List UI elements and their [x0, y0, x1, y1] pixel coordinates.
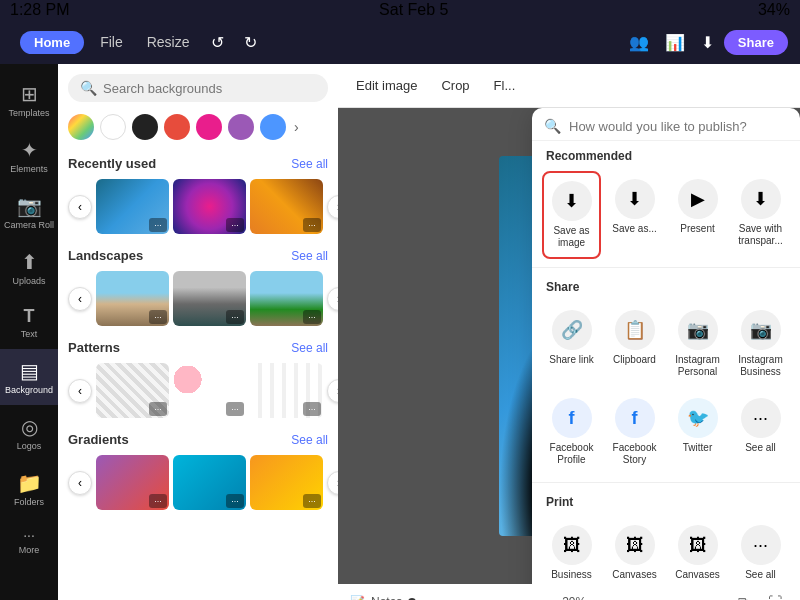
text-icon: T [24, 306, 35, 327]
share-link-item[interactable]: 🔗 Share link [542, 302, 601, 386]
save-as-image-item[interactable]: ⬇ Save as image [542, 171, 601, 259]
bg-thumb-2[interactable]: ··· [173, 179, 246, 234]
present-label: Present [680, 223, 714, 235]
sidebar-item-more[interactable]: ··· More [0, 517, 58, 565]
print-grid: 🖼 Business 🖼 Canvases 🖼 Canvases ··· See… [532, 513, 800, 584]
see-all-print-label: See all [745, 569, 776, 581]
gradient-thumb-2[interactable]: ··· [173, 455, 246, 510]
page-view-icon[interactable]: ⧉ [732, 590, 754, 601]
redo-button[interactable]: ↻ [238, 29, 263, 56]
recently-used-header: Recently used See all [68, 150, 328, 177]
elements-label: Elements [10, 164, 48, 174]
download-icon-button[interactable]: ⬇ [695, 29, 720, 56]
red-filter[interactable] [164, 114, 190, 140]
bg-thumb-3[interactable]: ··· [250, 179, 323, 234]
gradients-prev[interactable]: ‹ [68, 471, 92, 495]
canvases2-icon: 🖼 [678, 525, 718, 565]
sidebar-item-text[interactable]: T Text [0, 296, 58, 349]
fullscreen-icon[interactable]: ⛶ [762, 590, 788, 600]
sidebar-item-camera-roll[interactable]: 📷 Camera Roll [0, 184, 58, 240]
home-button[interactable]: Home [20, 31, 84, 54]
patterns-see-all[interactable]: See all [291, 341, 328, 355]
sidebar-item-elements[interactable]: ✦ Elements [0, 128, 58, 184]
facebook-story-item[interactable]: f Facebook Story [605, 390, 664, 474]
gradients-header: Gradients See all [68, 426, 328, 453]
gradients-see-all[interactable]: See all [291, 433, 328, 447]
pattern-thumb-1[interactable]: ··· [96, 363, 169, 418]
recommended-title: Recommended [532, 141, 800, 167]
landscape-thumb-3[interactable]: ··· [250, 271, 323, 326]
background-label: Background [5, 385, 53, 395]
gradient-thumb-1[interactable]: ··· [96, 455, 169, 510]
more-icon: ··· [23, 527, 35, 543]
clipboard-item[interactable]: 📋 Clipboard [605, 302, 664, 386]
search-input[interactable] [103, 81, 316, 96]
recently-used-see-all[interactable]: See all [291, 157, 328, 171]
stats-icon-button[interactable]: 📊 [659, 29, 691, 56]
pattern-thumb-2[interactable]: ··· [173, 363, 246, 418]
business-item[interactable]: 🖼 Business [542, 517, 601, 584]
patterns-prev[interactable]: ‹ [68, 379, 92, 403]
landscapes-prev[interactable]: ‹ [68, 287, 92, 311]
camera-label: Camera Roll [4, 220, 54, 230]
print-title: Print [532, 487, 800, 513]
save-transparent-item[interactable]: ⬇ Save with transpar... [731, 171, 790, 259]
pattern-thumb-3[interactable]: ··· [250, 363, 323, 418]
share-title: Share [532, 272, 800, 298]
sidebar-item-background[interactable]: ▤ Background [0, 349, 58, 405]
black-filter[interactable] [132, 114, 158, 140]
flip-button[interactable]: Fl... [486, 74, 524, 97]
landscapes-next[interactable]: › [327, 287, 338, 311]
sidebar-item-folders[interactable]: 📁 Folders [0, 461, 58, 517]
purple-filter[interactable] [228, 114, 254, 140]
blue-filter[interactable] [260, 114, 286, 140]
landscapes-section: Landscapes See all ‹ ··· ··· ··· › [58, 238, 338, 330]
instagram-personal-item[interactable]: 📷 Instagram Personal [668, 302, 727, 386]
file-button[interactable]: File [92, 30, 131, 54]
sidebar-item-logos[interactable]: ◎ Logos [0, 405, 58, 461]
instagram-business-icon: 📷 [741, 310, 781, 350]
see-all-print-item[interactable]: ··· See all [731, 517, 790, 584]
canvases2-item[interactable]: 🖼 Canvases [668, 517, 727, 584]
sidebar-item-templates[interactable]: ⊞ Templates [0, 72, 58, 128]
resize-button[interactable]: Resize [139, 30, 198, 54]
sidebar-item-uploads[interactable]: ⬆ Uploads [0, 240, 58, 296]
color-filter-next[interactable]: › [292, 117, 301, 137]
gradients-title: Gradients [68, 432, 129, 447]
publish-search-input[interactable] [569, 119, 788, 134]
patterns-next[interactable]: › [327, 379, 338, 403]
gradients-next[interactable]: › [327, 471, 338, 495]
edit-image-button[interactable]: Edit image [348, 74, 425, 97]
share-button[interactable]: Share [724, 30, 788, 55]
twitter-item[interactable]: 🐦 Twitter [668, 390, 727, 474]
crop-button[interactable]: Crop [433, 74, 477, 97]
publish-search-bar: 🔍 [532, 108, 800, 141]
palette-filter[interactable] [68, 114, 94, 140]
white-filter[interactable] [100, 114, 126, 140]
separator-1 [532, 267, 800, 268]
canvas-toolbar: Edit image Crop Fl... [338, 64, 800, 108]
landscape-thumb-1[interactable]: ··· [96, 271, 169, 326]
recently-used-next[interactable]: › [327, 195, 338, 219]
people-icon-button[interactable]: 👥 [623, 29, 655, 56]
facebook-profile-item[interactable]: f Facebook Profile [542, 390, 601, 474]
landscapes-see-all[interactable]: See all [291, 249, 328, 263]
recently-used-prev[interactable]: ‹ [68, 195, 92, 219]
separator-2 [532, 482, 800, 483]
canvases1-item[interactable]: 🖼 Canvases [605, 517, 664, 584]
bg-thumb-1[interactable]: ··· [96, 179, 169, 234]
share-link-label: Share link [549, 354, 593, 366]
undo-button[interactable]: ↺ [205, 29, 230, 56]
save-as-item[interactable]: ⬇ Save as... [605, 171, 664, 259]
gradients-section: Gradients See all ‹ ··· ··· ··· › [58, 422, 338, 514]
instagram-business-item[interactable]: 📷 Instagram Business [731, 302, 790, 386]
present-item[interactable]: ▶ Present [668, 171, 727, 259]
pink-filter[interactable] [196, 114, 222, 140]
recently-used-grid: ‹ ··· ··· ··· › [68, 177, 328, 236]
save-as-image-label: Save as image [548, 225, 595, 249]
gradient-thumb-3[interactable]: ··· [250, 455, 323, 510]
see-all-share-item[interactable]: ··· See all [731, 390, 790, 474]
patterns-section: Patterns See all ‹ ··· ··· ··· › [58, 330, 338, 422]
facebook-story-label: Facebook Story [609, 442, 660, 466]
landscape-thumb-2[interactable]: ··· [173, 271, 246, 326]
